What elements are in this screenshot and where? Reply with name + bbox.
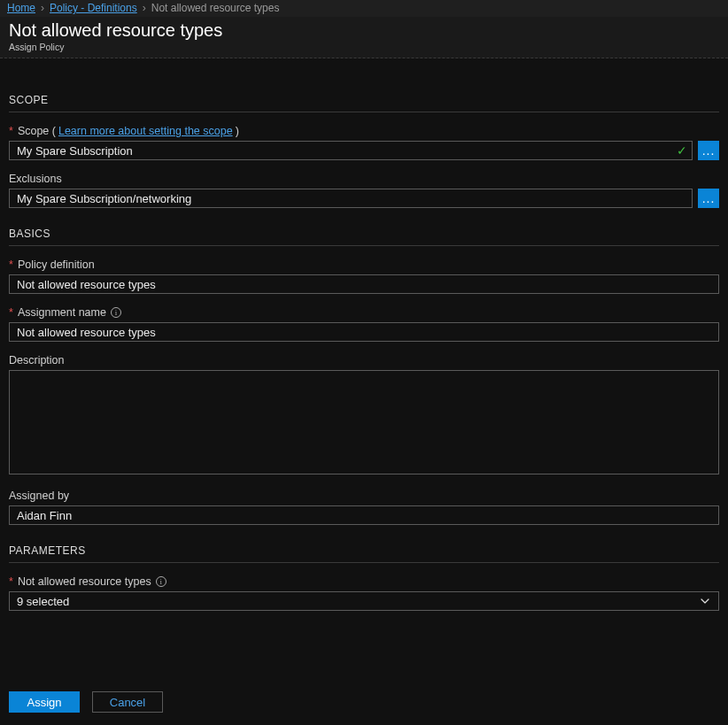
page-subtitle: Assign Policy [9,42,719,52]
section-parameters: PARAMETERS [9,544,719,563]
chevron-down-icon [699,595,711,607]
section-scope: SCOPE [9,94,719,112]
scope-input[interactable] [9,141,693,160]
assigned-by-input[interactable] [9,505,719,525]
cancel-button[interactable]: Cancel [92,691,163,713]
policy-definition-label: * Policy definition [9,258,719,271]
assignment-name-label: * Assignment name i [9,306,719,319]
content-area: SCOPE * Scope (Learn more about setting … [0,58,728,620]
required-marker: * [9,258,13,271]
assignment-name-input[interactable] [9,322,719,342]
required-marker: * [9,125,13,137]
scope-picker-button[interactable]: ... [698,141,719,160]
assigned-by-label: Assigned by [9,490,719,502]
description-label: Description [9,354,719,366]
exclusions-input[interactable] [9,189,693,208]
chevron-right-icon: › [41,2,44,14]
page-header: Not allowed resource types Assign Policy [0,17,728,58]
info-icon[interactable]: i [111,307,121,318]
not-allowed-types-label: * Not allowed resource types i [9,575,719,588]
chevron-right-icon: › [143,2,146,14]
info-icon[interactable]: i [156,576,167,587]
breadcrumb: Home › Policy - Definitions › Not allowe… [0,0,728,17]
scope-label-suffix: ) [236,125,239,137]
scope-label: * Scope (Learn more about setting the sc… [9,125,719,137]
dropdown-value: 9 selected [17,595,69,608]
policy-definition-input[interactable] [9,274,719,294]
assign-button[interactable]: Assign [9,691,80,713]
breadcrumb-home[interactable]: Home [7,2,35,14]
description-textarea[interactable] [9,370,719,474]
required-marker: * [9,306,13,319]
not-allowed-types-dropdown[interactable]: 9 selected [9,591,719,611]
action-bar: Assign Cancel [9,691,163,713]
breadcrumb-policy[interactable]: Policy - Definitions [50,2,137,14]
exclusions-picker-button[interactable]: ... [698,189,719,208]
exclusions-label: Exclusions [9,173,719,185]
scope-learn-more-link[interactable]: Learn more about setting the scope [58,125,233,137]
required-marker: * [9,575,13,588]
section-basics: BASICS [9,228,719,246]
breadcrumb-current: Not allowed resource types [151,2,280,14]
scope-label-prefix: Scope ( [18,125,56,137]
page-title: Not allowed resource types [9,19,719,42]
